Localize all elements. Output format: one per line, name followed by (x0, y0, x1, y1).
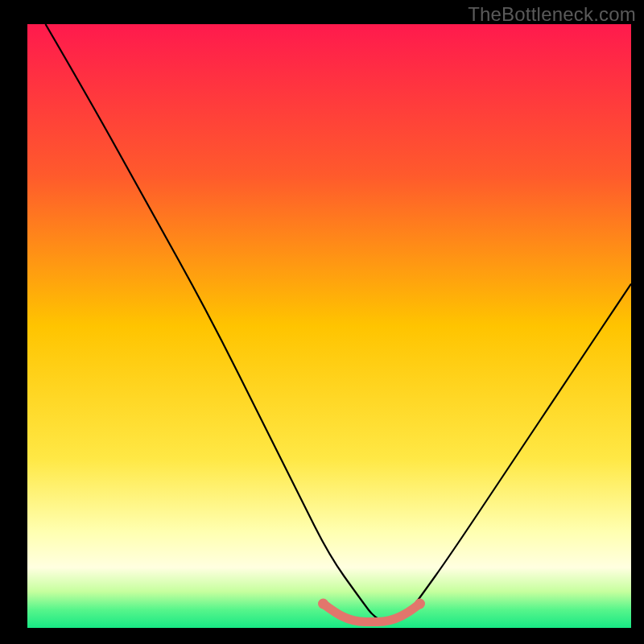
chart-frame: TheBottleneck.com (0, 0, 644, 644)
watermark-text: TheBottleneck.com (468, 3, 636, 26)
bottleneck-chart (27, 24, 631, 628)
floor-marker-dot-left (318, 599, 328, 609)
plot-area (27, 24, 631, 628)
floor-marker-dot-right (415, 599, 425, 609)
gradient-background (27, 24, 631, 628)
